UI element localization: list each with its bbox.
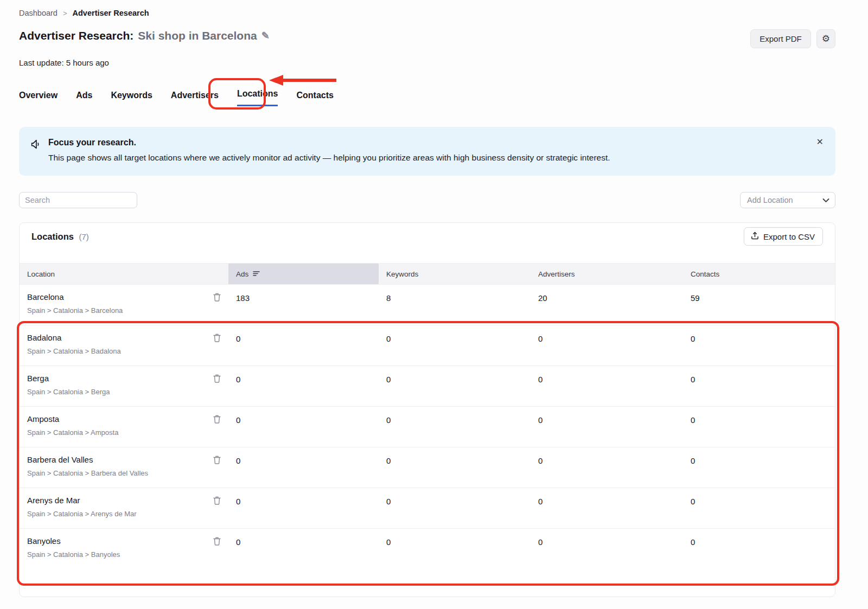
tab-keywords[interactable]: Keywords [111, 91, 152, 106]
advertisers-value: 0 [531, 488, 683, 528]
add-location-select[interactable]: Add Location [740, 192, 835, 208]
locations-title: Locations [31, 232, 74, 241]
export-pdf-button[interactable]: Export PDF [750, 29, 811, 48]
chevron-down-icon [822, 196, 829, 204]
edit-pencil-icon[interactable]: ✎ [261, 30, 270, 42]
info-banner: Focus your research. This page shows all… [19, 127, 835, 176]
column-header-keywords[interactable]: Keywords [379, 264, 531, 284]
breadcrumb-dashboard[interactable]: Dashboard [19, 9, 58, 17]
location-name: Arenys de Mar [27, 496, 228, 505]
advertisers-value: 0 [531, 407, 683, 447]
sort-descending-icon [253, 270, 260, 278]
add-location-label: Add Location [747, 196, 793, 204]
table-spacer [20, 250, 835, 263]
column-header-location[interactable]: Location [20, 264, 228, 284]
location-name: Badalona [27, 333, 228, 342]
advertisers-value: 20 [531, 285, 683, 325]
location-path: Spain > Catalonia > Barbera del Valles [27, 469, 228, 477]
tab-locations[interactable]: Locations [237, 89, 278, 106]
keywords-value: 0 [379, 407, 531, 447]
column-header-ads[interactable]: Ads [228, 264, 379, 284]
page-title-prefix: Advertiser Research: [19, 29, 133, 42]
keywords-value: 0 [379, 447, 531, 488]
location-name: Berga [27, 374, 228, 383]
locations-count: (7) [79, 232, 88, 241]
table-row-banyoles: Banyoles Spain > Catalonia > Banyoles 0 … [20, 529, 835, 569]
last-update-text: Last update: 5 hours ago [19, 58, 835, 67]
keywords-value: 0 [379, 529, 531, 569]
contacts-value: 59 [683, 285, 835, 325]
table-row-barbera-del-valles: Barbera del Valles Spain > Catalonia > B… [20, 447, 835, 488]
contacts-value: 0 [683, 447, 835, 488]
delete-trash-icon[interactable] [213, 456, 221, 464]
page-header: Advertiser Research: Ski shop in Barcelo… [19, 29, 835, 48]
location-path: Spain > Catalonia > Banyoles [27, 550, 228, 559]
ads-value: 183 [228, 285, 379, 325]
tab-contacts[interactable]: Contacts [296, 91, 333, 106]
table-toolbar: Add Location [19, 192, 835, 208]
table-row-barcelona: Barcelona Spain > Catalonia > Barcelona … [20, 285, 835, 325]
delete-trash-icon[interactable] [213, 374, 221, 383]
contacts-value: 0 [683, 407, 835, 447]
upload-icon [751, 232, 759, 241]
delete-trash-icon[interactable] [213, 293, 221, 302]
delete-trash-icon[interactable] [213, 496, 221, 505]
ads-value: 0 [228, 529, 379, 569]
page-title: Advertiser Research: Ski shop in Barcelo… [19, 29, 270, 42]
search-input[interactable] [19, 192, 137, 208]
location-name: Amposta [27, 414, 228, 424]
delete-trash-icon[interactable] [213, 334, 221, 342]
location-name: Banyoles [27, 536, 228, 546]
ads-value: 0 [228, 325, 379, 366]
keywords-value: 0 [379, 366, 531, 406]
banner-title: Focus your research. [48, 138, 610, 148]
delete-trash-icon[interactable] [213, 415, 221, 424]
table-row-berga: Berga Spain > Catalonia > Berga 0 0 0 0 [20, 366, 835, 407]
location-path: Spain > Catalonia > Badalona [27, 347, 228, 355]
tab-ads[interactable]: Ads [76, 91, 92, 106]
contacts-value: 0 [683, 488, 835, 528]
advertisers-value: 0 [531, 447, 683, 488]
ads-value: 0 [228, 488, 379, 528]
table-row-arenys-de-mar: Arenys de Mar Spain > Catalonia > Arenys… [20, 488, 835, 529]
locations-card: Locations (7) Export to CSV Location Ads [19, 222, 835, 597]
export-csv-label: Export to CSV [763, 232, 815, 241]
export-csv-button[interactable]: Export to CSV [744, 227, 823, 246]
megaphone-icon [30, 138, 42, 163]
banner-close-icon[interactable]: ✕ [816, 138, 824, 146]
location-path: Spain > Catalonia > Berga [27, 388, 228, 396]
breadcrumb-current: Advertiser Research [73, 9, 149, 17]
advertisers-value: 0 [531, 325, 683, 366]
location-path: Spain > Catalonia > Amposta [27, 428, 228, 437]
column-header-ads-label: Ads [236, 270, 248, 278]
tab-overview[interactable]: Overview [19, 91, 58, 106]
ads-value: 0 [228, 407, 379, 447]
column-header-advertisers[interactable]: Advertisers [531, 264, 683, 284]
breadcrumb: Dashboard > Advertiser Research [19, 0, 835, 17]
keywords-value: 0 [379, 325, 531, 366]
settings-gear-icon[interactable]: ⚙ [816, 29, 835, 48]
research-name: Ski shop in Barcelona [138, 29, 257, 42]
column-header-contacts[interactable]: Contacts [683, 264, 835, 284]
keywords-value: 0 [379, 488, 531, 528]
location-path: Spain > Catalonia > Arenys de Mar [27, 510, 228, 518]
tab-bar: Overview Ads Keywords Advertisers Locati… [19, 88, 835, 106]
table-row-badalona: Badalona Spain > Catalonia > Badalona 0 … [20, 325, 835, 366]
delete-trash-icon[interactable] [213, 537, 221, 546]
advertisers-value: 0 [531, 366, 683, 406]
location-path: Spain > Catalonia > Barcelona [27, 306, 228, 315]
contacts-value: 0 [683, 366, 835, 406]
header-actions: Export PDF ⚙ [750, 29, 835, 48]
keywords-value: 8 [379, 285, 531, 325]
contacts-value: 0 [683, 325, 835, 366]
tab-advertisers[interactable]: Advertisers [171, 91, 219, 106]
location-name: Barbera del Valles [27, 455, 228, 464]
table-row-amposta: Amposta Spain > Catalonia > Amposta 0 0 … [20, 407, 835, 447]
location-name: Barcelona [27, 292, 228, 302]
table-header-row: Location Ads Keywords Advertisers Contac… [20, 263, 835, 285]
banner-body: This page shows all target locations whe… [48, 153, 610, 163]
advertisers-value: 0 [531, 529, 683, 569]
breadcrumb-separator-icon: > [63, 9, 67, 17]
ads-value: 0 [228, 366, 379, 406]
ads-value: 0 [228, 447, 379, 488]
